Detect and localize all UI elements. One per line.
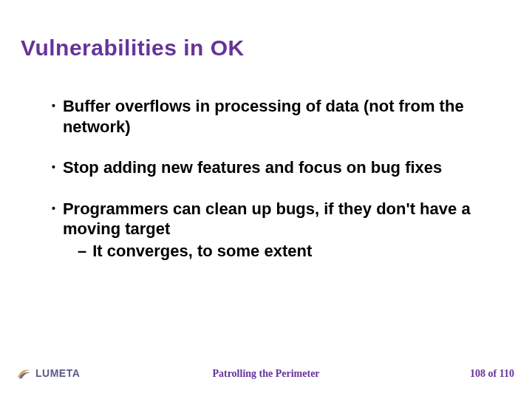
dash-marker-icon: – [78,241,86,262]
bullet-item: • Programmers can clean up bugs, if they… [52,199,497,262]
lumeta-logo: LUMETA [16,364,98,383]
bullet-marker-icon: • [52,199,55,262]
logo-swoosh-icon [16,365,33,381]
bullet-text: Stop adding new features and focus on bu… [63,157,497,178]
logo-text: LUMETA [35,367,80,379]
page-number: 108 of 110 [470,368,514,380]
page-current: 108 [470,368,485,379]
slide-title: Vulnerabilities in OK [21,35,245,61]
sub-bullet-item: – It converges, to some extent [63,241,497,262]
bullet-text: Buffer overflows in processing of data (… [63,96,497,137]
page-separator: of [485,368,499,379]
page-total: 110 [499,368,514,379]
sub-bullet-text: It converges, to some extent [92,241,312,262]
bullet-item: • Stop adding new features and focus on … [52,157,497,178]
slide-content: • Buffer overflows in processing of data… [52,96,497,261]
bullet-text: Programmers can clean up bugs, if they d… [63,199,497,262]
bullet-item: • Buffer overflows in processing of data… [52,96,497,137]
bullet-marker-icon: • [52,157,55,178]
slide-footer: LUMETA Patrolling the Perimeter 108 of 1… [0,361,532,383]
slide: Vulnerabilities in OK • Buffer overflows… [0,0,532,399]
bullet-text-line: Programmers can clean up bugs, if they d… [63,200,471,239]
bullet-marker-icon: • [52,96,55,137]
footer-title: Patrolling the Perimeter [212,368,319,380]
